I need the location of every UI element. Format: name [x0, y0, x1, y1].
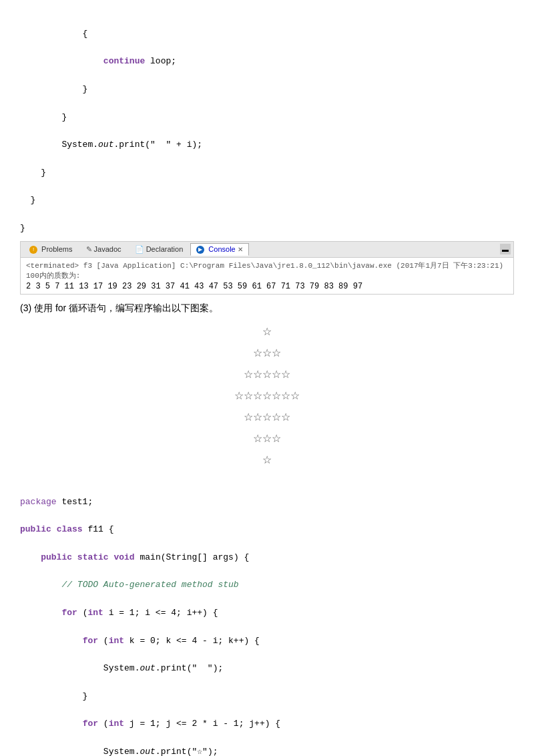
star-row-7: ☆ — [20, 449, 514, 471]
star-pattern-display: ☆ ☆☆☆ ☆☆☆☆☆ ☆☆☆☆☆☆☆ ☆☆☆☆☆ ☆☆☆ ☆ — [20, 321, 514, 471]
star-row-4: ☆☆☆☆☆☆☆ — [20, 385, 514, 407]
console-icon: ▶ — [196, 246, 204, 254]
console-tab-bar: ! Problems ✎ Javadoc 📄 Declaration ▶ Con… — [21, 242, 513, 258]
top-code-block: { continue loop; } } System.out.print(" … — [20, 13, 514, 236]
console-panel: ! Problems ✎ Javadoc 📄 Declaration ▶ Con… — [20, 241, 514, 295]
star-row-5: ☆☆☆☆☆ — [20, 407, 514, 428]
minimize-button[interactable]: ▬ — [500, 244, 511, 254]
problems-icon: ! — [29, 246, 37, 254]
javadoc-icon: ✎ — [86, 245, 92, 253]
tab-problems[interactable]: ! Problems — [23, 243, 79, 256]
tab-declaration[interactable]: 📄 Declaration — [129, 243, 190, 256]
star-row-3: ☆☆☆☆☆ — [20, 364, 514, 385]
tab-javadoc[interactable]: ✎ Javadoc — [80, 243, 127, 256]
console-body: <terminated> f3 [Java Application] C:\Pr… — [21, 258, 513, 294]
exercise-description: (3) 使用 for 循环语句，编写程序输出以下图案。 — [20, 303, 514, 315]
star-row-2: ☆☆☆ — [20, 343, 514, 364]
output-numbers: 2 3 5 7 11 13 17 19 23 29 31 37 41 43 47… — [26, 282, 508, 291]
tab-console[interactable]: ▶ Console ✕ — [190, 243, 248, 256]
star-row-1: ☆ — [20, 321, 514, 343]
output-label: 100内的质数为: — [26, 270, 508, 280]
bottom-code-block: package test1; public class f11 { public… — [20, 482, 514, 756]
terminated-line: <terminated> f3 [Java Application] C:\Pr… — [26, 260, 508, 270]
declaration-icon: 📄 — [135, 245, 144, 253]
star-row-6: ☆☆☆ — [20, 428, 514, 449]
